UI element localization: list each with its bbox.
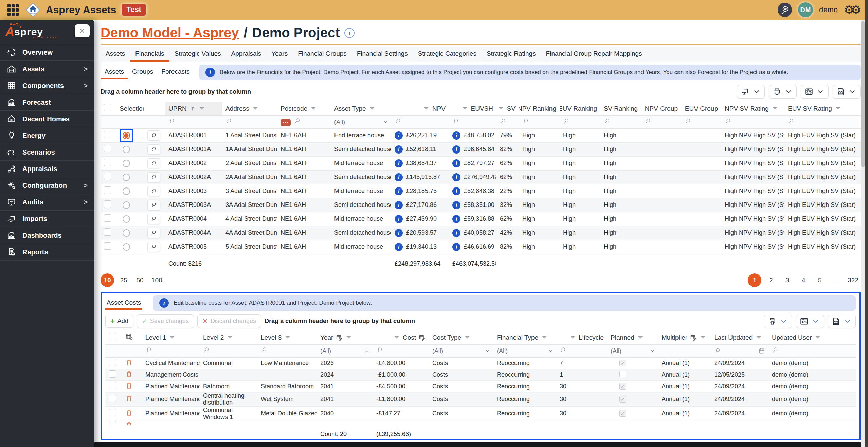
row-checkbox[interactable] <box>104 214 111 222</box>
header-filter-icon[interactable] <box>835 105 842 112</box>
tab-asset-costs[interactable]: Asset Costs <box>105 296 142 310</box>
row-checkbox[interactable] <box>104 145 111 152</box>
row-zoom-cell[interactable] <box>144 226 165 240</box>
info-icon[interactable]: i <box>395 187 403 195</box>
sub-tab[interactable]: Forecasts <box>157 65 194 79</box>
page-size-option[interactable]: 50 <box>133 273 147 287</box>
tab[interactable]: Strategic Values <box>169 47 226 62</box>
col-euvsh[interactable]: EUVSH <box>449 102 496 115</box>
col-lifecycle[interactable]: Lifecycle <box>556 331 607 344</box>
selection-radio[interactable] <box>123 215 130 223</box>
tab[interactable]: Strategic Ratings <box>482 47 541 62</box>
info-icon[interactable]: i <box>452 215 460 223</box>
row-zoom-cell[interactable] <box>144 240 165 254</box>
row-selection-cell[interactable] <box>116 212 144 226</box>
filter-cost-type[interactable]: (All) <box>429 344 493 357</box>
magnifier-button[interactable] <box>147 172 160 182</box>
info-icon[interactable]: i <box>452 243 460 251</box>
page-number[interactable]: 1 <box>748 273 761 287</box>
header-filter-icon[interactable] <box>464 334 471 341</box>
row-zoom-cell[interactable] <box>144 212 165 226</box>
filter-financial-type[interactable]: (All) <box>493 344 556 357</box>
header-filter-icon[interactable] <box>772 105 778 112</box>
page-scrollbar[interactable] <box>861 20 865 447</box>
planned-checkbox[interactable] <box>619 371 626 377</box>
sidebar-item-imports[interactable]: Imports <box>0 211 94 227</box>
row-checkbox[interactable] <box>104 200 111 208</box>
info-icon[interactable]: i <box>395 229 403 237</box>
col-updated-user[interactable]: Updated User <box>768 331 856 344</box>
row-checkbox[interactable] <box>104 173 111 180</box>
row-check-cell[interactable] <box>101 156 116 170</box>
row-delete-cell[interactable] <box>122 406 142 421</box>
row-check-cell[interactable] <box>101 226 116 240</box>
row-check-cell[interactable] <box>105 392 122 406</box>
selection-radio[interactable] <box>123 201 130 209</box>
selection-radio[interactable] <box>123 146 130 153</box>
row-zoom-cell[interactable] <box>144 198 165 212</box>
col-postcode[interactable]: Postcode <box>277 102 331 115</box>
col-year[interactable]: Year <box>317 331 373 344</box>
cell-planned[interactable]: ✓ <box>607 406 658 421</box>
trash-icon[interactable] <box>125 394 133 403</box>
col-sv-ranking[interactable]: SV Ranking <box>600 102 641 115</box>
col-last-updated[interactable]: Last Updated <box>711 331 768 344</box>
filter-npv-group[interactable] <box>641 115 681 128</box>
magnifier-button[interactable] <box>147 186 160 196</box>
row-zoom-cell[interactable] <box>144 156 165 170</box>
magnifier-button[interactable] <box>147 214 160 224</box>
row-selection-cell[interactable] <box>116 142 144 156</box>
select-all-cell[interactable] <box>105 331 122 344</box>
scrollbar-thumb[interactable] <box>861 21 865 167</box>
col-npv-group[interactable]: NPV Group <box>641 102 681 115</box>
save-changes-button[interactable]: ✓Save changes <box>137 314 194 328</box>
selection-radio[interactable] <box>123 243 130 251</box>
sidebar-item-overview[interactable]: Overview <box>0 44 94 61</box>
sidebar-item-components[interactable]: Components > <box>0 77 94 94</box>
row-check-cell[interactable] <box>101 142 116 156</box>
page-number[interactable]: ... <box>829 273 843 287</box>
filter-multiplier[interactable] <box>658 344 711 357</box>
filter-sv[interactable] <box>496 115 519 128</box>
header-filter-icon[interactable] <box>814 334 821 341</box>
tab[interactable]: Appraisals <box>226 47 267 62</box>
row-checkbox[interactable] <box>109 409 116 416</box>
tab[interactable]: Financial Groups <box>293 47 352 62</box>
trash-icon[interactable] <box>125 409 133 417</box>
tab[interactable]: Assets <box>101 47 130 62</box>
col-cost-type[interactable]: Cost Type <box>429 331 493 344</box>
project-info-icon[interactable]: i <box>344 28 355 38</box>
planned-checkbox[interactable]: ✓ <box>619 383 626 390</box>
row-checkbox[interactable] <box>109 421 116 425</box>
header-filter-icon[interactable] <box>198 105 205 112</box>
breadcrumb-model-link[interactable]: Demo Model - Asprey <box>101 25 239 40</box>
row-check-cell[interactable] <box>101 240 116 254</box>
app-launcher-icon[interactable] <box>7 4 19 16</box>
col-level2[interactable]: Level 2 <box>200 331 257 344</box>
export-image-button[interactable] <box>828 315 856 328</box>
info-icon[interactable]: i <box>395 243 403 251</box>
filter-address[interactable] <box>222 115 277 128</box>
filter-year[interactable]: (All) <box>317 344 373 357</box>
print-button[interactable] <box>769 85 797 99</box>
export-markup-button[interactable] <box>801 85 829 99</box>
row-check-cell[interactable] <box>101 184 116 198</box>
header-filter-icon[interactable] <box>569 334 576 341</box>
print-button[interactable] <box>764 315 792 328</box>
sidebar-item-scenarios[interactable]: Scenarios <box>0 144 94 161</box>
row-check-cell[interactable] <box>105 357 122 369</box>
col-npv[interactable]: NPV <box>391 102 449 115</box>
preview-eye-button[interactable] <box>778 3 792 17</box>
tab[interactable]: Strategic Categories <box>413 47 482 62</box>
tab[interactable]: Years <box>266 47 293 62</box>
select-all-checkbox[interactable] <box>104 104 111 111</box>
header-filter-icon[interactable] <box>600 105 601 112</box>
info-icon[interactable]: i <box>395 173 403 181</box>
col-level1[interactable]: Level 1 <box>142 331 200 344</box>
tab[interactable]: Financial Settings <box>352 47 413 62</box>
row-check-cell[interactable] <box>101 128 116 142</box>
import-button[interactable] <box>737 85 765 99</box>
header-filter-icon[interactable] <box>227 334 233 341</box>
row-checkbox[interactable] <box>104 242 111 250</box>
add-button[interactable]: +Add <box>105 315 133 328</box>
